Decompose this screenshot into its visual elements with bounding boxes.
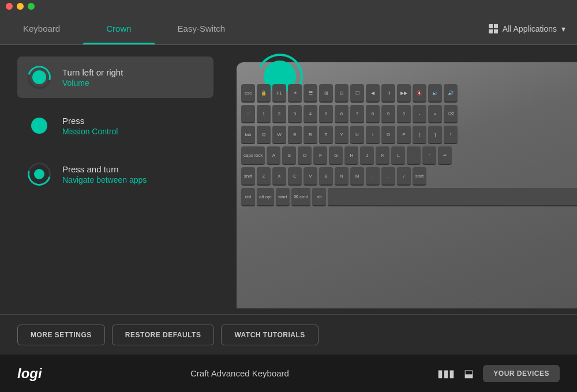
key-row-fn: esc 🔒 F1 ☀ ☰ ⊞ ⊟ ☐ ◀ ⏸ ▶▶ 🔇 🔉 🔊 <box>241 84 577 103</box>
key-f10: 🔇 <box>413 84 426 103</box>
key-cmd-left: ⌘ cmd <box>291 188 310 206</box>
key-7: 7 <box>350 105 364 123</box>
minimize-dot[interactable] <box>17 3 24 10</box>
key-x: X <box>272 167 286 186</box>
key-f1: F1 <box>272 84 286 103</box>
key-f7: ◀ <box>366 84 380 103</box>
key-2: 2 <box>272 105 286 123</box>
key-ctrl: ctrl <box>241 188 255 206</box>
key-f2: ☀ <box>288 84 302 103</box>
tab-keyboard[interactable]: Keyboard <box>0 13 83 44</box>
key-f3: ☰ <box>304 84 317 103</box>
key-u: U <box>350 126 364 144</box>
key-l: L <box>391 146 405 165</box>
key-f12: 🔊 <box>444 84 458 103</box>
key-tilde: ~ <box>241 105 255 123</box>
key-c: C <box>288 167 302 186</box>
key-return: ↵ <box>438 146 452 165</box>
key-j: J <box>360 146 374 165</box>
key-rbracket: ] <box>428 126 442 144</box>
setting-item-turn[interactable]: Turn left or right Volume <box>17 56 213 98</box>
watch-tutorials-button[interactable]: Watch Tutorials <box>221 325 318 345</box>
nav-tabs: Keyboard Crown Easy-Switch All Applicati… <box>0 13 577 45</box>
key-row-asdf: caps lock A S D F G H J K L ; ' ↵ <box>241 146 577 165</box>
key-h: H <box>344 146 358 165</box>
footer: logi Craft Advanced Keyboard ▮▮▮ ⬓ Your … <box>0 355 577 392</box>
key-i: I <box>366 126 380 144</box>
key-8: 8 <box>366 105 380 123</box>
key-m: M <box>350 167 364 186</box>
maximize-dot[interactable] <box>28 3 35 10</box>
your-devices-button[interactable]: Your Devices <box>483 365 560 382</box>
key-period: . <box>381 167 395 186</box>
key-q: Q <box>257 126 271 144</box>
key-row-bottom: ctrl alt opt start ⌘ cmd alt ⌘ cmd <box>241 188 577 206</box>
key-shift-left: shift <box>241 167 255 186</box>
app-selector[interactable]: All Applications ▾ <box>477 13 577 44</box>
key-tab: tab <box>241 126 255 144</box>
restore-defaults-button[interactable]: Restore Defaults <box>112 325 215 345</box>
grid-icon <box>489 24 498 33</box>
key-0: 0 <box>397 105 411 123</box>
key-f: F <box>313 146 327 165</box>
key-minus: - <box>413 105 426 123</box>
key-o: O <box>381 126 395 144</box>
crown-press-icon <box>27 113 52 138</box>
key-f9: ▶▶ <box>397 84 411 103</box>
key-f5: ⊟ <box>335 84 349 103</box>
key-backspace: ⌫ <box>444 105 458 123</box>
key-esc: esc <box>241 84 255 103</box>
key-f6: ☐ <box>350 84 364 103</box>
key-backslash: \ <box>444 126 458 144</box>
bluetooth-icon: ⬓ <box>464 367 474 380</box>
key-e: E <box>288 126 302 144</box>
key-comma: , <box>366 167 380 186</box>
key-n: N <box>335 167 349 186</box>
setting-text-press: Press Mission Control <box>62 116 118 136</box>
device-name: Craft Advanced Keyboard <box>42 368 438 378</box>
key-caps: caps lock <box>241 146 265 165</box>
key-z: Z <box>257 167 271 186</box>
key-6: 6 <box>335 105 349 123</box>
tab-easy-switch[interactable]: Easy-Switch <box>155 13 249 44</box>
key-p: P <box>397 126 411 144</box>
key-f11: 🔉 <box>428 84 442 103</box>
action-bar: More Settings Restore Defaults Watch Tut… <box>0 314 577 355</box>
right-panel: lo esc 🔒 F1 ☀ ☰ ⊞ ⊟ ☐ ◀ ⏸ ▶▶ 🔇 🔉 <box>225 45 577 314</box>
key-quote: ' <box>422 146 436 165</box>
close-dot[interactable] <box>6 3 13 10</box>
key-f4: ⊞ <box>319 84 333 103</box>
key-k: K <box>376 146 389 165</box>
key-row-numbers: ~ 1 2 3 4 5 6 7 8 9 0 - = ⌫ <box>241 105 577 123</box>
setting-item-press-turn[interactable]: Press and turn Navigate between apps <box>17 153 213 195</box>
key-t: T <box>319 126 333 144</box>
key-alt-left: alt opt <box>257 188 274 206</box>
key-lbracket: [ <box>413 126 426 144</box>
key-g: G <box>329 146 343 165</box>
key-1: 1 <box>257 105 271 123</box>
key-5: 5 <box>319 105 333 123</box>
keyboard-illustration: lo esc 🔒 F1 ☀ ☰ ⊞ ⊟ ☐ ◀ ⏸ ▶▶ 🔇 🔉 <box>237 62 577 308</box>
key-semicolon: ; <box>407 146 421 165</box>
setting-item-press[interactable]: Press Mission Control <box>17 105 213 146</box>
key-brightness-lock: 🔒 <box>257 84 271 103</box>
key-w: W <box>272 126 286 144</box>
key-v: V <box>304 167 317 186</box>
keyboard-keys: esc 🔒 F1 ☀ ☰ ⊞ ⊟ ☐ ◀ ⏸ ▶▶ 🔇 🔉 🔊 <box>237 80 577 308</box>
tab-crown[interactable]: Crown <box>83 13 154 44</box>
key-start: start <box>276 188 290 206</box>
battery-icon: ▮▮▮ <box>437 367 455 380</box>
more-settings-button[interactable]: More Settings <box>17 325 105 345</box>
key-slash: / <box>397 167 411 186</box>
key-f8: ⏸ <box>381 84 395 103</box>
key-row-zxcv: shift Z X C V B N M , . / shift <box>241 167 577 186</box>
key-equals: = <box>428 105 442 123</box>
setting-text-press-turn: Press and turn Navigate between apps <box>62 164 147 184</box>
key-shift-right: shift <box>413 167 426 186</box>
setting-text-turn: Turn left or right Volume <box>62 67 123 88</box>
crown-rotate-icon <box>27 65 52 90</box>
crown-press-turn-icon <box>27 161 52 187</box>
key-4: 4 <box>304 105 317 123</box>
key-alt-right: alt <box>312 188 326 206</box>
key-b: B <box>319 167 333 186</box>
